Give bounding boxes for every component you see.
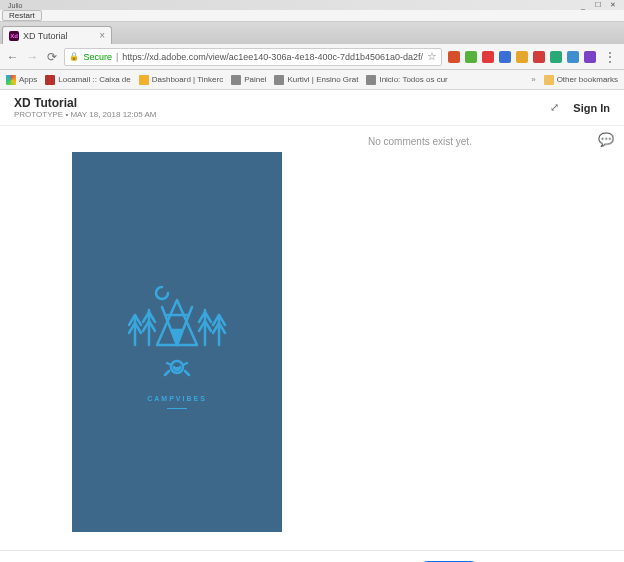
footer-bar: Made with Adobe XD ☁ ‹ ⌂ 1 of 5 › Sign I… [0,550,624,562]
apps-button[interactable]: Apps [6,75,37,85]
extension-icon-4[interactable] [516,51,528,63]
minimize-button[interactable]: _ [576,1,590,9]
browser-tab[interactable]: Xd XD Tutorial × [2,26,112,44]
extension-icon-2[interactable] [482,51,494,63]
bookmark-item[interactable]: Locamail :: Caixa de [45,75,130,85]
canvas-area[interactable]: CAMPVIBES [0,126,354,550]
extension-icon-1[interactable] [465,51,477,63]
back-button[interactable]: ← [6,50,19,64]
browser-menu-icon[interactable]: ⋮ [602,50,618,64]
extension-icons [448,51,596,63]
os-user: Julio [4,2,22,9]
lock-icon: 🔒 [69,52,79,61]
signin-link[interactable]: Sign In [573,102,610,114]
close-window-button[interactable]: ✕ [606,1,620,9]
browser-tabs: Xd XD Tutorial × [0,22,624,44]
app-header: XD Tutorial PROTOTYPE • May 18, 2018 12:… [0,90,624,126]
maximize-button[interactable]: ☐ [591,1,605,9]
reload-button[interactable]: ⟳ [45,50,58,64]
brand-label: CAMPVIBES [147,395,207,402]
main-area: CAMPVIBES 💬 No comments exist yet. [0,126,624,550]
bookmark-favicon-icon [45,75,55,85]
apps-icon [6,75,16,85]
tab-close-icon[interactable]: × [99,30,105,41]
bookmark-item[interactable]: Kurtivi | Ensino Grat [274,75,358,85]
restart-bar: Restart [0,10,624,22]
bookmark-favicon-icon [274,75,284,85]
extension-icon-0[interactable] [448,51,460,63]
restart-button[interactable]: Restart [2,10,42,21]
page-subtitle: PROTOTYPE • May 18, 2018 12:05 AM [14,110,156,119]
bookmarks-bar: Apps Locamail :: Caixa deDashboard | Tin… [0,70,624,90]
secure-label: Secure [83,52,112,62]
campvibes-logo-icon [117,275,237,385]
extension-icon-6[interactable] [550,51,562,63]
bookmark-star-icon[interactable]: ☆ [427,50,437,63]
address-bar: ← → ⟳ 🔒 Secure | https://xd.adobe.com/vi… [0,44,624,70]
extension-icon-8[interactable] [584,51,596,63]
other-bookmarks[interactable]: Other bookmarks [544,75,618,85]
bookmark-favicon-icon [231,75,241,85]
tab-title: XD Tutorial [23,31,68,41]
artboard: CAMPVIBES [72,152,282,532]
page-title: XD Tutorial [14,96,156,110]
url-text: https://xd.adobe.com/view/ac1ee140-306a-… [122,52,423,62]
bookmark-item[interactable]: Dashboard | Tinkerc [139,75,223,85]
comments-icon[interactable]: 💬 [598,132,614,147]
comments-panel: 💬 No comments exist yet. [354,126,624,550]
bookmark-item[interactable]: Painel [231,75,266,85]
forward-button[interactable]: → [25,50,38,64]
bookmarks-overflow-icon[interactable]: » [531,75,535,84]
brand-underline [167,408,187,409]
os-titlebar: Julio _ ☐ ✕ [0,0,624,10]
url-input[interactable]: 🔒 Secure | https://xd.adobe.com/view/ac1… [64,48,442,66]
bookmark-item[interactable]: Inicio: Todos os cur [366,75,447,85]
bookmark-favicon-icon [366,75,376,85]
bookmark-favicon-icon [139,75,149,85]
tab-favicon-icon: Xd [9,31,19,41]
fullscreen-icon[interactable]: ⤢ [550,101,559,114]
extension-icon-5[interactable] [533,51,545,63]
comments-empty-text: No comments exist yet. [368,136,610,147]
folder-icon [544,75,554,85]
extension-icon-7[interactable] [567,51,579,63]
extension-icon-3[interactable] [499,51,511,63]
